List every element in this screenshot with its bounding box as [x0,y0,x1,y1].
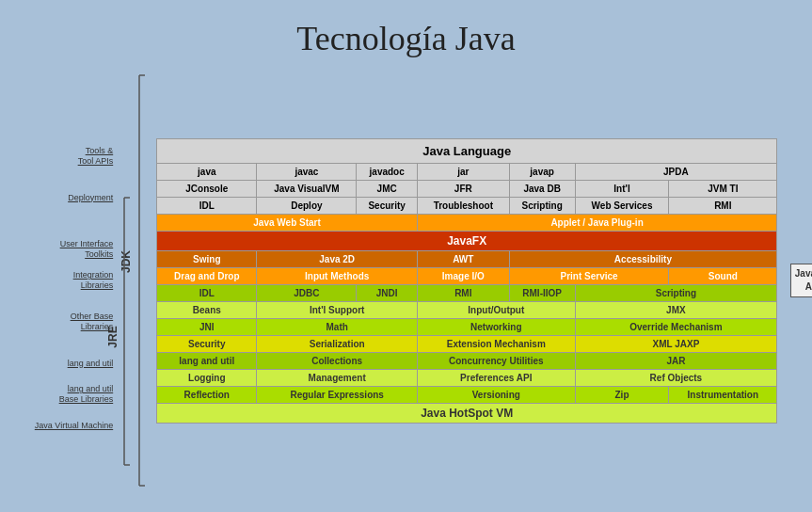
table-row: Beans Int'l Support Input/Output JMX [157,301,777,318]
cell-webservices: Web Services [575,197,669,214]
page-title: Tecnología Java [296,19,515,58]
java-tech-table: Java Language java javac javadoc jar jav… [156,138,777,424]
cell-deploy: Deploy [257,197,357,214]
cell-idl-tools: IDL [157,197,257,214]
cell-refobjects: Ref Objects [575,369,777,386]
cell-rmi-int: RMI [417,284,509,301]
svg-text:JDK: JDK [119,250,133,273]
table-row: Java Language [157,138,777,163]
cell-rmi-iiop: RMI-IIOP [509,284,575,301]
cell-zip: Zip [575,386,669,403]
cell-accessibility: Accessibility [509,250,777,267]
cell-inputoutput: Input/Output [417,301,575,318]
lang-util-label: lang and util [68,359,114,369]
cell-security: Security [157,335,257,352]
cell-javap: javap [509,163,575,180]
cell-jmc: JMC [357,180,418,197]
cell-versioning: Versioning [417,386,575,403]
table-row: Java HotSpot VM [157,403,777,423]
cell-math: Math [257,318,418,335]
svg-text:JRE: JRE [106,326,119,347]
cell-javadb: Java DB [509,180,575,197]
cell-jndi: JNDI [357,284,418,301]
cell-javac: javac [257,163,357,180]
table-row: Drag and Drop Input Methods Image I/O Pr… [157,267,777,284]
cell-java: java [157,163,257,180]
cell-javadoc: javadoc [357,163,418,180]
cell-jfr: JFR [417,180,509,197]
table-row: Logging Management Preferences API Ref O… [157,369,777,386]
cell-hotspot: Java HotSpot VM [157,403,777,423]
cell-instrumentation: Instrumentation [669,386,777,403]
cell-jar-lang: JAR [575,352,777,369]
cell-intl: Int'l [575,180,669,197]
ui-toolkits-label: User InterfaceToolkits [60,239,114,260]
cell-inputmethods: Input Methods [257,267,418,284]
cell-rmi-tools: RMI [669,197,777,214]
cell-troubleshoot: Troubleshoot [417,197,509,214]
cell-xml-jaxp: XML JAXP [575,335,777,352]
cell-lang-util: lang and util [157,352,257,369]
table-row: IDL JDBC JNDI RMI RMI-IIOP Scripting [157,284,777,301]
table-row: Swing Java 2D AWT Accessibility [157,250,777,267]
diagram-wrapper: Tools &Tool APIs Deployment User Interfa… [35,73,777,488]
cell-swing: Swing [157,250,257,267]
cell-intl-support: Int'l Support [257,301,418,318]
cell-dnd: Drag and Drop [157,267,257,284]
table-row: lang and util Collections Concurrency Ut… [157,352,777,369]
cell-jconsole: JConsole [157,180,257,197]
cell-java2d: Java 2D [257,250,418,267]
cell-networking: Networking [417,318,575,335]
cell-sound: Sound [669,267,777,284]
jvm-label: Java Virtual Machine [35,421,113,431]
cell-applet: Applet / Java Plug-in [417,214,776,231]
table-row: JNI Math Networking Override Mechanism [157,318,777,335]
table-row: IDL Deploy Security Troubleshoot Scripti… [157,197,777,214]
cell-scripting-tools: Scripting [509,197,575,214]
cell-jvmti: JVM TI [669,180,777,197]
cell-regex: Regular Expressions [257,386,418,403]
table-row: java javac javadoc jar javap JPDA [157,163,777,180]
cell-javafx: JavaFX [157,231,777,250]
cell-jdbc: JDBC [257,284,357,301]
table-row: Reflection Regular Expressions Versionin… [157,386,777,403]
cell-scripting-int: Scripting [575,284,777,301]
table-row: Java Web Start Applet / Java Plug-in [157,214,777,231]
cell-preferences: Preferences API [417,369,575,386]
cell-webstart: Java Web Start [157,214,418,231]
cell-jpda: JPDA [575,163,777,180]
cell-awt: AWT [417,250,509,267]
cell-extension: Extension Mechanism [417,335,575,352]
table-row: JavaFX [157,231,777,250]
cell-collections: Collections [257,352,418,369]
table-row: JConsole Java VisualVM JMC JFR Java DB I… [157,180,777,197]
java-se-api-label: Java SEAPI [790,264,812,297]
left-labels: Tools &Tool APIs Deployment User Interfa… [35,125,115,436]
tools-label: Tools &Tool APIs [78,146,114,167]
cell-imageio: Image I/O [417,267,509,284]
cell-printservice: Print Service [509,267,669,284]
cell-security-tools: Security [357,197,418,214]
cell-beans: Beans [157,301,257,318]
lang-util-base-label: lang and utilBase Libraries [59,384,114,405]
cell-jar: jar [417,163,509,180]
table-row: Security Serialization Extension Mechani… [157,335,777,352]
cell-jmx: JMX [575,301,777,318]
java-language-header: Java Language [157,138,777,163]
deployment-label: Deployment [68,193,113,203]
cell-logging: Logging [157,369,257,386]
cell-override: Override Mechanism [575,318,777,335]
cell-management: Management [257,369,418,386]
cell-serialization: Serialization [257,335,418,352]
cell-visualvm: Java VisualVM [257,180,357,197]
cell-concurrency: Concurrency Utilities [417,352,575,369]
main-diagram: Java Language java javac javadoc jar jav… [156,138,777,424]
integration-label: IntegrationLibraries [73,270,114,291]
cell-jni: JNI [157,318,257,335]
cell-reflection: Reflection [157,386,257,403]
cell-idl-int: IDL [157,284,257,301]
